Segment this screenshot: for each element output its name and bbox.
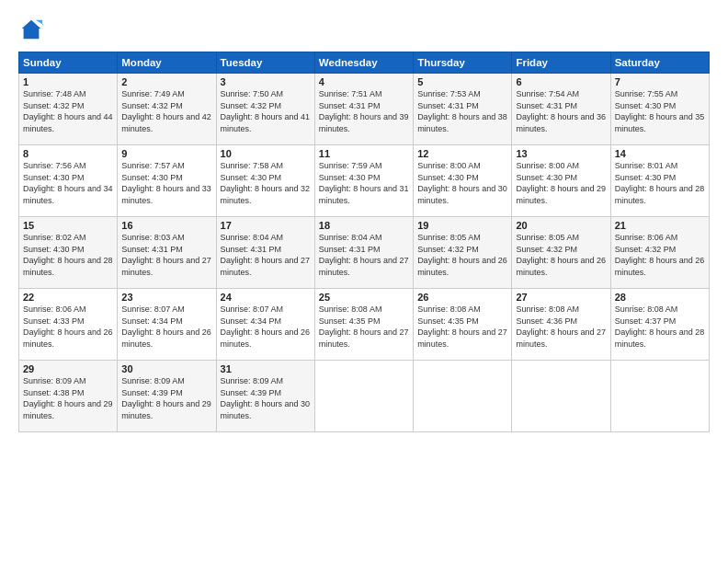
day-info: Sunrise: 8:09 AMSunset: 4:39 PMDaylight:… [221, 376, 311, 420]
day-cell: 1 Sunrise: 7:48 AMSunset: 4:32 PMDayligh… [19, 74, 118, 145]
day-info: Sunrise: 8:03 AMSunset: 4:31 PMDaylight:… [121, 233, 211, 277]
day-number: 23 [121, 292, 211, 303]
week-row-3: 15 Sunrise: 8:02 AMSunset: 4:30 PMDaylig… [19, 217, 710, 289]
day-number: 28 [615, 292, 705, 303]
day-number: 11 [319, 148, 409, 159]
svg-marker-1 [36, 20, 44, 26]
day-number: 26 [417, 292, 507, 303]
day-info: Sunrise: 8:08 AMSunset: 4:35 PMDaylight:… [319, 304, 409, 349]
day-info: Sunrise: 7:56 AMSunset: 4:30 PMDaylight:… [23, 161, 113, 205]
day-cell: 28 Sunrise: 8:08 AMSunset: 4:37 PMDaylig… [610, 289, 709, 361]
day-cell: 15 Sunrise: 8:02 AMSunset: 4:30 PMDaylig… [19, 217, 118, 289]
day-number: 2 [121, 76, 211, 87]
day-info: Sunrise: 7:59 AMSunset: 4:30 PMDaylight:… [319, 161, 409, 205]
day-number: 17 [221, 220, 311, 231]
day-cell: 10 Sunrise: 7:58 AMSunset: 4:30 PMDaylig… [216, 145, 314, 217]
day-cell: 8 Sunrise: 7:56 AMSunset: 4:30 PMDayligh… [19, 145, 118, 217]
day-number: 27 [516, 292, 606, 303]
header-row: SundayMondayTuesdayWednesdayThursdayFrid… [19, 52, 710, 74]
day-cell: 29 Sunrise: 8:09 AMSunset: 4:38 PMDaylig… [19, 361, 118, 432]
day-info: Sunrise: 8:06 AMSunset: 4:33 PMDaylight:… [23, 304, 113, 349]
day-cell: 5 Sunrise: 7:53 AMSunset: 4:31 PMDayligh… [414, 74, 512, 145]
header [18, 17, 710, 42]
day-number: 3 [221, 76, 311, 87]
day-info: Sunrise: 7:58 AMSunset: 4:30 PMDaylight:… [221, 161, 311, 205]
day-cell: 14 Sunrise: 8:01 AMSunset: 4:30 PMDaylig… [610, 145, 709, 217]
day-info: Sunrise: 8:00 AMSunset: 4:30 PMDaylight:… [417, 161, 507, 205]
day-cell: 21 Sunrise: 8:06 AMSunset: 4:32 PMDaylig… [610, 217, 709, 289]
day-number: 30 [121, 363, 211, 374]
day-number: 16 [121, 220, 211, 231]
day-cell: 9 Sunrise: 7:57 AMSunset: 4:30 PMDayligh… [118, 145, 216, 217]
day-info: Sunrise: 7:53 AMSunset: 4:31 PMDaylight:… [417, 89, 507, 133]
day-cell: 31 Sunrise: 8:09 AMSunset: 4:39 PMDaylig… [216, 361, 314, 432]
day-number: 22 [23, 292, 113, 303]
logo [18, 17, 48, 42]
week-row-2: 8 Sunrise: 7:56 AMSunset: 4:30 PMDayligh… [19, 145, 710, 217]
day-info: Sunrise: 8:08 AMSunset: 4:35 PMDaylight:… [417, 304, 507, 349]
day-info: Sunrise: 8:04 AMSunset: 4:31 PMDaylight:… [221, 233, 311, 277]
day-cell: 13 Sunrise: 8:00 AMSunset: 4:30 PMDaylig… [512, 145, 610, 217]
day-number: 24 [221, 292, 311, 303]
day-info: Sunrise: 7:48 AMSunset: 4:32 PMDaylight:… [23, 89, 113, 133]
day-info: Sunrise: 8:07 AMSunset: 4:34 PMDaylight:… [121, 304, 211, 349]
day-number: 19 [417, 220, 507, 231]
day-cell: 25 Sunrise: 8:08 AMSunset: 4:35 PMDaylig… [314, 289, 413, 361]
day-number: 31 [221, 363, 311, 374]
day-info: Sunrise: 8:00 AMSunset: 4:30 PMDaylight:… [516, 161, 606, 205]
day-info: Sunrise: 8:05 AMSunset: 4:32 PMDaylight:… [417, 233, 507, 277]
day-info: Sunrise: 7:49 AMSunset: 4:32 PMDaylight:… [121, 89, 211, 133]
day-number: 5 [417, 76, 507, 87]
week-row-5: 29 Sunrise: 8:09 AMSunset: 4:38 PMDaylig… [19, 361, 710, 432]
day-cell: 22 Sunrise: 8:06 AMSunset: 4:33 PMDaylig… [19, 289, 118, 361]
day-number: 1 [23, 76, 113, 87]
day-cell: 18 Sunrise: 8:04 AMSunset: 4:31 PMDaylig… [314, 217, 413, 289]
day-number: 8 [23, 148, 113, 159]
day-info: Sunrise: 7:51 AMSunset: 4:31 PMDaylight:… [319, 89, 409, 133]
day-info: Sunrise: 8:05 AMSunset: 4:32 PMDaylight:… [516, 233, 606, 277]
day-number: 25 [319, 292, 409, 303]
day-info: Sunrise: 8:08 AMSunset: 4:36 PMDaylight:… [516, 304, 606, 349]
day-number: 12 [417, 148, 507, 159]
day-cell: 26 Sunrise: 8:08 AMSunset: 4:35 PMDaylig… [414, 289, 512, 361]
day-number: 15 [23, 220, 113, 231]
day-cell: 11 Sunrise: 7:59 AMSunset: 4:30 PMDaylig… [314, 145, 413, 217]
day-number: 14 [615, 148, 705, 159]
day-number: 6 [516, 76, 606, 87]
header-cell-wednesday: Wednesday [314, 52, 413, 74]
day-number: 9 [121, 148, 211, 159]
header-cell-thursday: Thursday [414, 52, 512, 74]
header-cell-friday: Friday [512, 52, 610, 74]
day-cell [314, 361, 413, 432]
day-info: Sunrise: 8:09 AMSunset: 4:39 PMDaylight:… [121, 376, 211, 420]
day-info: Sunrise: 7:50 AMSunset: 4:32 PMDaylight:… [221, 89, 311, 133]
page: SundayMondayTuesdayWednesdayThursdayFrid… [0, 0, 728, 563]
header-cell-monday: Monday [118, 52, 216, 74]
day-info: Sunrise: 8:02 AMSunset: 4:30 PMDaylight:… [23, 233, 113, 277]
day-info: Sunrise: 8:08 AMSunset: 4:37 PMDaylight:… [615, 304, 705, 349]
day-cell: 4 Sunrise: 7:51 AMSunset: 4:31 PMDayligh… [314, 74, 413, 145]
day-number: 7 [615, 76, 705, 87]
day-info: Sunrise: 7:55 AMSunset: 4:30 PMDaylight:… [615, 89, 705, 133]
day-cell: 19 Sunrise: 8:05 AMSunset: 4:32 PMDaylig… [414, 217, 512, 289]
day-cell: 12 Sunrise: 8:00 AMSunset: 4:30 PMDaylig… [414, 145, 512, 217]
day-number: 29 [23, 363, 113, 374]
day-number: 21 [615, 220, 705, 231]
day-info: Sunrise: 8:09 AMSunset: 4:38 PMDaylight:… [23, 376, 113, 420]
day-cell [512, 361, 610, 432]
day-cell: 30 Sunrise: 8:09 AMSunset: 4:39 PMDaylig… [118, 361, 216, 432]
day-cell: 27 Sunrise: 8:08 AMSunset: 4:36 PMDaylig… [512, 289, 610, 361]
day-info: Sunrise: 8:07 AMSunset: 4:34 PMDaylight:… [221, 304, 311, 349]
day-info: Sunrise: 7:57 AMSunset: 4:30 PMDaylight:… [121, 161, 211, 205]
day-cell: 23 Sunrise: 8:07 AMSunset: 4:34 PMDaylig… [118, 289, 216, 361]
day-info: Sunrise: 8:06 AMSunset: 4:32 PMDaylight:… [615, 233, 705, 277]
logo-icon [18, 17, 44, 42]
calendar-table: SundayMondayTuesdayWednesdayThursdayFrid… [18, 52, 710, 432]
day-cell: 17 Sunrise: 8:04 AMSunset: 4:31 PMDaylig… [216, 217, 314, 289]
day-cell: 6 Sunrise: 7:54 AMSunset: 4:31 PMDayligh… [512, 74, 610, 145]
day-cell [610, 361, 709, 432]
day-cell: 3 Sunrise: 7:50 AMSunset: 4:32 PMDayligh… [216, 74, 314, 145]
day-cell: 20 Sunrise: 8:05 AMSunset: 4:32 PMDaylig… [512, 217, 610, 289]
day-cell: 16 Sunrise: 8:03 AMSunset: 4:31 PMDaylig… [118, 217, 216, 289]
day-cell: 24 Sunrise: 8:07 AMSunset: 4:34 PMDaylig… [216, 289, 314, 361]
